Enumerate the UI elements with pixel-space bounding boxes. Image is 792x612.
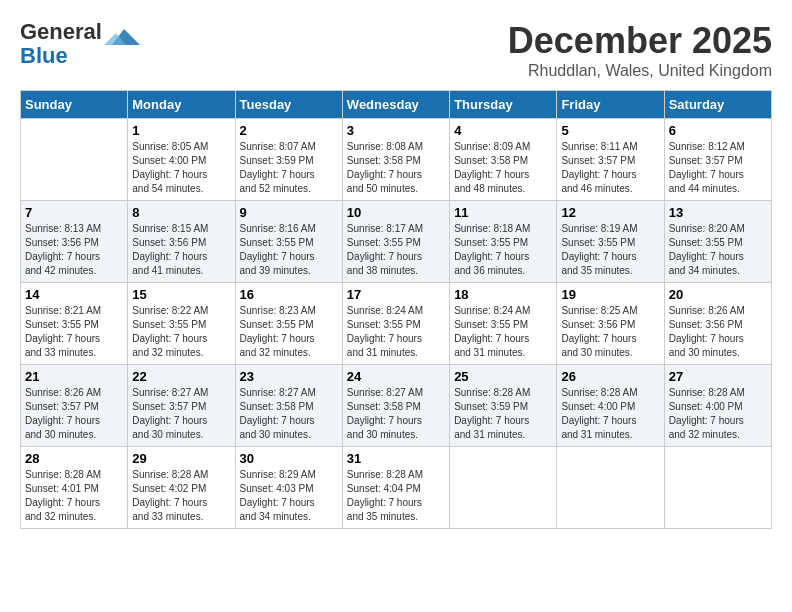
calendar-cell: 16Sunrise: 8:23 AM Sunset: 3:55 PM Dayli… xyxy=(235,283,342,365)
day-header-sunday: Sunday xyxy=(21,91,128,119)
calendar-cell: 28Sunrise: 8:28 AM Sunset: 4:01 PM Dayli… xyxy=(21,447,128,529)
day-info: Sunrise: 8:28 AM Sunset: 4:04 PM Dayligh… xyxy=(347,468,445,524)
day-info: Sunrise: 8:26 AM Sunset: 3:57 PM Dayligh… xyxy=(25,386,123,442)
calendar-cell: 15Sunrise: 8:22 AM Sunset: 3:55 PM Dayli… xyxy=(128,283,235,365)
calendar-cell: 11Sunrise: 8:18 AM Sunset: 3:55 PM Dayli… xyxy=(450,201,557,283)
day-info: Sunrise: 8:26 AM Sunset: 3:56 PM Dayligh… xyxy=(669,304,767,360)
calendar-cell: 10Sunrise: 8:17 AM Sunset: 3:55 PM Dayli… xyxy=(342,201,449,283)
day-header-monday: Monday xyxy=(128,91,235,119)
day-info: Sunrise: 8:24 AM Sunset: 3:55 PM Dayligh… xyxy=(454,304,552,360)
calendar-header-row: SundayMondayTuesdayWednesdayThursdayFrid… xyxy=(21,91,772,119)
calendar-cell: 24Sunrise: 8:27 AM Sunset: 3:58 PM Dayli… xyxy=(342,365,449,447)
day-number: 23 xyxy=(240,369,338,384)
day-info: Sunrise: 8:07 AM Sunset: 3:59 PM Dayligh… xyxy=(240,140,338,196)
calendar-cell: 27Sunrise: 8:28 AM Sunset: 4:00 PM Dayli… xyxy=(664,365,771,447)
calendar-table: SundayMondayTuesdayWednesdayThursdayFrid… xyxy=(20,90,772,529)
day-number: 25 xyxy=(454,369,552,384)
day-number: 28 xyxy=(25,451,123,466)
logo: General Blue xyxy=(20,20,140,68)
day-number: 3 xyxy=(347,123,445,138)
day-info: Sunrise: 8:24 AM Sunset: 3:55 PM Dayligh… xyxy=(347,304,445,360)
day-info: Sunrise: 8:27 AM Sunset: 3:58 PM Dayligh… xyxy=(347,386,445,442)
day-info: Sunrise: 8:05 AM Sunset: 4:00 PM Dayligh… xyxy=(132,140,230,196)
calendar-cell: 9Sunrise: 8:16 AM Sunset: 3:55 PM Daylig… xyxy=(235,201,342,283)
day-info: Sunrise: 8:15 AM Sunset: 3:56 PM Dayligh… xyxy=(132,222,230,278)
calendar-cell: 25Sunrise: 8:28 AM Sunset: 3:59 PM Dayli… xyxy=(450,365,557,447)
day-info: Sunrise: 8:08 AM Sunset: 3:58 PM Dayligh… xyxy=(347,140,445,196)
calendar-cell xyxy=(557,447,664,529)
calendar-cell: 3Sunrise: 8:08 AM Sunset: 3:58 PM Daylig… xyxy=(342,119,449,201)
day-number: 15 xyxy=(132,287,230,302)
day-info: Sunrise: 8:29 AM Sunset: 4:03 PM Dayligh… xyxy=(240,468,338,524)
day-info: Sunrise: 8:28 AM Sunset: 3:59 PM Dayligh… xyxy=(454,386,552,442)
calendar-cell: 31Sunrise: 8:28 AM Sunset: 4:04 PM Dayli… xyxy=(342,447,449,529)
calendar-week-row: 21Sunrise: 8:26 AM Sunset: 3:57 PM Dayli… xyxy=(21,365,772,447)
day-number: 6 xyxy=(669,123,767,138)
calendar-cell xyxy=(21,119,128,201)
day-number: 18 xyxy=(454,287,552,302)
subtitle: Rhuddlan, Wales, United Kingdom xyxy=(508,62,772,80)
day-header-thursday: Thursday xyxy=(450,91,557,119)
calendar-cell: 19Sunrise: 8:25 AM Sunset: 3:56 PM Dayli… xyxy=(557,283,664,365)
calendar-cell: 6Sunrise: 8:12 AM Sunset: 3:57 PM Daylig… xyxy=(664,119,771,201)
day-info: Sunrise: 8:11 AM Sunset: 3:57 PM Dayligh… xyxy=(561,140,659,196)
day-number: 31 xyxy=(347,451,445,466)
day-info: Sunrise: 8:20 AM Sunset: 3:55 PM Dayligh… xyxy=(669,222,767,278)
day-info: Sunrise: 8:27 AM Sunset: 3:57 PM Dayligh… xyxy=(132,386,230,442)
calendar-body: 1Sunrise: 8:05 AM Sunset: 4:00 PM Daylig… xyxy=(21,119,772,529)
calendar-cell: 20Sunrise: 8:26 AM Sunset: 3:56 PM Dayli… xyxy=(664,283,771,365)
day-info: Sunrise: 8:28 AM Sunset: 4:01 PM Dayligh… xyxy=(25,468,123,524)
calendar-cell: 21Sunrise: 8:26 AM Sunset: 3:57 PM Dayli… xyxy=(21,365,128,447)
day-info: Sunrise: 8:16 AM Sunset: 3:55 PM Dayligh… xyxy=(240,222,338,278)
day-info: Sunrise: 8:18 AM Sunset: 3:55 PM Dayligh… xyxy=(454,222,552,278)
calendar-cell: 26Sunrise: 8:28 AM Sunset: 4:00 PM Dayli… xyxy=(557,365,664,447)
day-number: 4 xyxy=(454,123,552,138)
day-number: 10 xyxy=(347,205,445,220)
day-number: 22 xyxy=(132,369,230,384)
day-info: Sunrise: 8:12 AM Sunset: 3:57 PM Dayligh… xyxy=(669,140,767,196)
day-number: 19 xyxy=(561,287,659,302)
calendar-cell: 7Sunrise: 8:13 AM Sunset: 3:56 PM Daylig… xyxy=(21,201,128,283)
day-header-saturday: Saturday xyxy=(664,91,771,119)
day-number: 2 xyxy=(240,123,338,138)
calendar-cell: 12Sunrise: 8:19 AM Sunset: 3:55 PM Dayli… xyxy=(557,201,664,283)
day-header-friday: Friday xyxy=(557,91,664,119)
calendar-cell: 18Sunrise: 8:24 AM Sunset: 3:55 PM Dayli… xyxy=(450,283,557,365)
day-number: 16 xyxy=(240,287,338,302)
logo-text: General Blue xyxy=(20,20,102,68)
day-number: 24 xyxy=(347,369,445,384)
day-info: Sunrise: 8:09 AM Sunset: 3:58 PM Dayligh… xyxy=(454,140,552,196)
calendar-cell: 2Sunrise: 8:07 AM Sunset: 3:59 PM Daylig… xyxy=(235,119,342,201)
page-header: General Blue December 2025 Rhuddlan, Wal… xyxy=(20,20,772,80)
calendar-cell: 5Sunrise: 8:11 AM Sunset: 3:57 PM Daylig… xyxy=(557,119,664,201)
calendar-week-row: 28Sunrise: 8:28 AM Sunset: 4:01 PM Dayli… xyxy=(21,447,772,529)
day-number: 7 xyxy=(25,205,123,220)
calendar-cell: 23Sunrise: 8:27 AM Sunset: 3:58 PM Dayli… xyxy=(235,365,342,447)
day-number: 8 xyxy=(132,205,230,220)
calendar-cell xyxy=(450,447,557,529)
title-block: December 2025 Rhuddlan, Wales, United Ki… xyxy=(508,20,772,80)
day-number: 9 xyxy=(240,205,338,220)
day-number: 21 xyxy=(25,369,123,384)
day-info: Sunrise: 8:28 AM Sunset: 4:00 PM Dayligh… xyxy=(669,386,767,442)
calendar-cell: 8Sunrise: 8:15 AM Sunset: 3:56 PM Daylig… xyxy=(128,201,235,283)
day-number: 17 xyxy=(347,287,445,302)
day-info: Sunrise: 8:28 AM Sunset: 4:00 PM Dayligh… xyxy=(561,386,659,442)
day-header-wednesday: Wednesday xyxy=(342,91,449,119)
calendar-week-row: 7Sunrise: 8:13 AM Sunset: 3:56 PM Daylig… xyxy=(21,201,772,283)
day-number: 27 xyxy=(669,369,767,384)
calendar-cell: 29Sunrise: 8:28 AM Sunset: 4:02 PM Dayli… xyxy=(128,447,235,529)
day-number: 30 xyxy=(240,451,338,466)
logo-icon xyxy=(104,27,140,51)
calendar-cell: 1Sunrise: 8:05 AM Sunset: 4:00 PM Daylig… xyxy=(128,119,235,201)
day-info: Sunrise: 8:22 AM Sunset: 3:55 PM Dayligh… xyxy=(132,304,230,360)
day-number: 29 xyxy=(132,451,230,466)
calendar-cell: 17Sunrise: 8:24 AM Sunset: 3:55 PM Dayli… xyxy=(342,283,449,365)
calendar-cell: 4Sunrise: 8:09 AM Sunset: 3:58 PM Daylig… xyxy=(450,119,557,201)
day-info: Sunrise: 8:23 AM Sunset: 3:55 PM Dayligh… xyxy=(240,304,338,360)
day-number: 13 xyxy=(669,205,767,220)
day-info: Sunrise: 8:28 AM Sunset: 4:02 PM Dayligh… xyxy=(132,468,230,524)
day-info: Sunrise: 8:25 AM Sunset: 3:56 PM Dayligh… xyxy=(561,304,659,360)
day-number: 20 xyxy=(669,287,767,302)
calendar-week-row: 14Sunrise: 8:21 AM Sunset: 3:55 PM Dayli… xyxy=(21,283,772,365)
